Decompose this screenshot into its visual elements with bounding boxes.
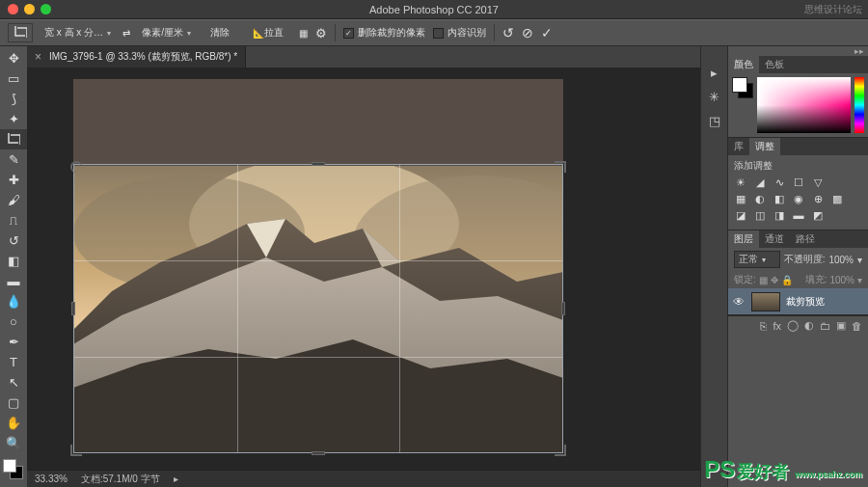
pen-tool[interactable]: ✒ xyxy=(0,332,27,352)
crop-tool-icon[interactable] xyxy=(8,23,33,42)
invert-icon[interactable]: ◪ xyxy=(734,209,747,222)
brush-tool[interactable]: 🖌 xyxy=(0,190,27,210)
brightness-icon[interactable]: ☀ xyxy=(734,176,747,189)
history-icon[interactable]: ▸ xyxy=(711,66,718,80)
visibility-icon[interactable]: 👁 xyxy=(732,295,746,309)
gradient-map-icon[interactable]: ▬ xyxy=(792,209,805,222)
libraries-tab[interactable]: 库 xyxy=(728,138,749,155)
crop-handle-bl[interactable] xyxy=(70,445,82,456)
delete-cropped-checkbox[interactable]: ✓ 删除裁剪的像素 xyxy=(343,26,425,40)
doc-size[interactable]: 文档:57.1M/0 字节 xyxy=(81,473,160,486)
content-aware-checkbox[interactable]: 内容识别 xyxy=(433,26,486,40)
reset-crop-icon[interactable]: ↺ xyxy=(502,25,514,41)
path-select-tool[interactable]: ↖ xyxy=(0,372,27,392)
link-layers-icon[interactable]: ⎘ xyxy=(760,320,767,332)
paths-tab[interactable]: 路径 xyxy=(790,230,821,248)
crop-handle-right[interactable] xyxy=(561,302,565,315)
crop-handle-bottom[interactable] xyxy=(312,451,325,455)
overlay-options-icon[interactable]: ▦ xyxy=(299,28,308,39)
fill-value[interactable]: 100% xyxy=(829,275,854,285)
lock-all-icon[interactable]: 🔒 xyxy=(781,275,793,285)
clone-source-icon[interactable]: ◳ xyxy=(709,114,720,128)
gear-icon[interactable]: ⚙ xyxy=(315,26,327,41)
blendmode-dropdown[interactable]: 正常 ▾ xyxy=(734,251,780,268)
lookup-icon[interactable]: ▩ xyxy=(830,193,844,205)
foreground-color[interactable] xyxy=(3,459,16,473)
hue-slider[interactable] xyxy=(854,77,864,133)
crop-box[interactable] xyxy=(73,164,563,453)
channels-tab[interactable]: 通道 xyxy=(759,230,790,248)
cancel-crop-icon[interactable]: ⊘ xyxy=(522,25,533,41)
posterize-icon[interactable]: ◫ xyxy=(753,209,767,222)
resolution-unit-dropdown[interactable]: 像素/厘米 ▾ xyxy=(138,24,195,41)
collapse-panels-icon[interactable]: ▸▸ xyxy=(728,46,868,56)
crop-handle-br[interactable] xyxy=(555,445,566,456)
color-swatches[interactable] xyxy=(0,457,27,486)
chevron-right-icon[interactable]: ▸ xyxy=(174,473,178,484)
crop-handle-top[interactable] xyxy=(312,162,325,166)
levels-icon[interactable]: ◢ xyxy=(753,176,767,189)
brush-presets-icon[interactable]: ✳ xyxy=(709,90,719,104)
bw-icon[interactable]: ◧ xyxy=(773,193,786,205)
crop-handle-tr[interactable] xyxy=(555,161,566,173)
swap-icon[interactable]: ⇄ xyxy=(122,28,130,39)
healing-tool[interactable]: ✚ xyxy=(0,170,27,190)
crop-handle-left[interactable] xyxy=(71,302,75,315)
swatches-tab[interactable]: 色板 xyxy=(759,56,790,73)
marquee-tool[interactable]: ▭ xyxy=(0,68,27,89)
selective-color-icon[interactable]: ◩ xyxy=(811,209,825,222)
opacity-value[interactable]: 100% xyxy=(828,255,854,265)
dodge-tool[interactable]: ○ xyxy=(0,311,27,332)
lock-position-icon[interactable]: ✥ xyxy=(771,275,778,285)
group-icon[interactable]: 🗀 xyxy=(820,320,830,332)
zoom-level[interactable]: 33.33% xyxy=(35,473,68,484)
foreground-swatch[interactable] xyxy=(732,77,747,93)
adjustment-layer-icon[interactable]: ◐ xyxy=(804,319,814,332)
ratio-preset-dropdown[interactable]: 宽 x 高 x 分… ▾ xyxy=(41,24,115,41)
color-tab[interactable]: 颜色 xyxy=(728,56,759,73)
eyedropper-tool[interactable]: ✎ xyxy=(0,149,27,170)
color-field[interactable] xyxy=(757,77,851,133)
eraser-tool[interactable]: ◧ xyxy=(0,251,27,271)
gradient-tool[interactable]: ▬ xyxy=(0,271,27,291)
trash-icon[interactable]: 🗑 xyxy=(852,320,862,332)
straighten-button[interactable]: 📐 拉直 xyxy=(245,24,291,41)
close-tab-icon[interactable]: × xyxy=(35,50,41,64)
chevron-down-icon[interactable]: ▾ xyxy=(857,275,862,285)
layers-tab[interactable]: 图层 xyxy=(728,230,759,248)
shape-tool[interactable]: ▢ xyxy=(0,392,27,413)
vibrance-icon[interactable]: ▽ xyxy=(811,176,825,189)
hand-tool[interactable]: ✋ xyxy=(0,413,27,433)
new-layer-icon[interactable]: ▣ xyxy=(836,319,846,332)
clear-button[interactable]: 清除 xyxy=(203,24,237,41)
lasso-tool[interactable]: ⟆ xyxy=(0,89,27,109)
blur-tool[interactable]: 💧 xyxy=(0,291,27,311)
type-tool[interactable]: T xyxy=(0,352,27,372)
layer-thumbnail[interactable] xyxy=(751,292,780,311)
lock-pixels-icon[interactable]: ▦ xyxy=(759,275,768,285)
curves-icon[interactable]: ∿ xyxy=(773,176,786,189)
commit-crop-icon[interactable]: ✓ xyxy=(541,25,553,41)
fx-icon[interactable]: fx xyxy=(773,320,781,332)
chevron-down-icon[interactable]: ▾ xyxy=(857,255,862,265)
history-brush-tool[interactable]: ↺ xyxy=(0,230,27,251)
move-tool[interactable]: ✥ xyxy=(0,48,27,68)
layer-row[interactable]: 👁 裁剪预览 xyxy=(728,288,868,315)
document-tab[interactable]: × IMG_3796-1 @ 33.3% (裁剪预览, RGB/8*) * xyxy=(27,46,246,68)
channel-mixer-icon[interactable]: ⊕ xyxy=(811,193,825,205)
adjustments-tab[interactable]: 调整 xyxy=(749,138,780,155)
zoom-tool[interactable]: 🔍 xyxy=(0,433,27,453)
crop-tool[interactable] xyxy=(0,129,27,149)
threshold-icon[interactable]: ◨ xyxy=(773,209,786,222)
wand-tool[interactable]: ✦ xyxy=(0,109,27,129)
hue-sat-icon[interactable]: ▦ xyxy=(734,193,747,205)
canvas-wrap[interactable] xyxy=(27,68,700,470)
color-balance-icon[interactable]: ◐ xyxy=(753,193,767,205)
crop-handle-tl[interactable] xyxy=(70,161,82,173)
photo-filter-icon[interactable]: ◉ xyxy=(792,193,805,205)
color-swatch-pair[interactable] xyxy=(732,77,753,98)
layer-name[interactable]: 裁剪预览 xyxy=(786,295,825,309)
exposure-icon[interactable]: ☐ xyxy=(792,176,805,189)
mask-icon[interactable]: ◯ xyxy=(787,319,799,332)
stamp-tool[interactable]: ⎍ xyxy=(0,210,27,230)
